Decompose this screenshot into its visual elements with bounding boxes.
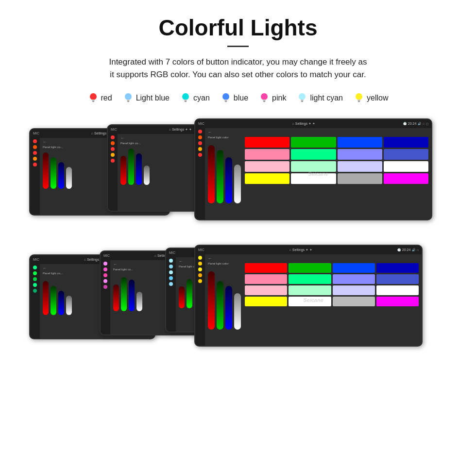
left-sidebar-2: [108, 134, 118, 211]
slider-red-2: [120, 156, 126, 185]
grid-cell[interactable]: [338, 161, 382, 172]
svg-rect-5: [127, 100, 130, 100]
svg-rect-17: [263, 100, 266, 100]
svg-rect-18: [263, 100, 266, 101]
grid-cell[interactable]: [245, 297, 287, 306]
grid-cell[interactable]: [291, 149, 336, 160]
color-label-cyan: cyan: [193, 94, 210, 102]
slider-white-2: [144, 166, 150, 185]
grid-cell[interactable]: [384, 173, 428, 184]
svg-point-24: [356, 93, 362, 100]
color-list: red Light blue: [19, 91, 457, 105]
slider-green-3: [217, 150, 223, 203]
svg-point-4: [125, 93, 132, 100]
top-device-row: MIC ⌂ Settings ✦ ✦: [19, 118, 457, 230]
slider-red-1: [43, 152, 49, 189]
slider-green-1: [51, 157, 56, 189]
bottom-device-row: MIC ⌂ Settings ✦ ✦: [19, 245, 457, 366]
grid-cell[interactable]: [384, 149, 428, 160]
top-device-card-3: MIC ⌂ Settings ✦ ✦ 🕐 20:24 🔊 □: [194, 118, 432, 220]
grid-cell[interactable]: [289, 285, 331, 295]
bot-left-sidebar-4: [195, 254, 205, 346]
grid-cell[interactable]: [376, 263, 419, 273]
color-label-red: red: [101, 94, 112, 102]
grid-cell[interactable]: [289, 297, 331, 306]
svg-rect-10: [185, 100, 187, 101]
left-sidebar-1: [30, 138, 40, 215]
slider-white-1: [66, 167, 72, 189]
svg-rect-14: [224, 100, 227, 101]
svg-point-12: [222, 93, 229, 100]
slider-blue-1: [58, 162, 64, 189]
grid-cell[interactable]: [245, 149, 289, 160]
svg-rect-15: [225, 101, 227, 102]
grid-cell[interactable]: [333, 297, 375, 306]
color-item-lightblue: Light blue: [123, 91, 170, 105]
bulb-icon-cyan: [180, 91, 191, 105]
color-item-yellow: yellow: [354, 91, 388, 105]
grid-cell[interactable]: [245, 274, 287, 284]
svg-rect-22: [301, 100, 304, 101]
grid-cell[interactable]: [291, 173, 336, 184]
screen-main-3: ← Panel light color: [205, 128, 431, 219]
bot-status-icons-4: 🕐 20:24 🔊 □: [397, 248, 419, 251]
grid-cell[interactable]: [245, 263, 287, 273]
grid-cell[interactable]: [245, 161, 289, 172]
color-label-lightcyan: light cyan: [310, 94, 343, 102]
svg-point-0: [90, 93, 97, 100]
grid-cell[interactable]: [384, 161, 428, 172]
svg-rect-11: [185, 101, 187, 102]
title-section: Colorful Lights: [19, 15, 457, 47]
bot-left-sidebar-3: [166, 257, 176, 332]
svg-rect-2: [92, 100, 94, 101]
svg-rect-19: [263, 101, 265, 102]
grid-cell[interactable]: [338, 137, 382, 148]
grid-cell[interactable]: [289, 274, 331, 284]
color-item-lightcyan: light cyan: [297, 91, 343, 105]
top-device-stack: MIC ⌂ Settings ✦ ✦: [29, 118, 447, 233]
slider-g-bot4: [217, 281, 223, 330]
svg-rect-7: [127, 101, 129, 102]
svg-rect-25: [357, 100, 360, 100]
slider-red-3: [208, 145, 215, 203]
grid-cell[interactable]: [245, 137, 289, 148]
svg-point-20: [299, 93, 306, 100]
bot-color-grid-4: [245, 263, 419, 306]
bot-left-sidebar-2: [101, 260, 110, 334]
slider-white-3: [234, 165, 241, 203]
left-sidebar-3: [195, 128, 205, 219]
grid-cell[interactable]: [291, 137, 336, 148]
svg-rect-1: [92, 100, 95, 100]
grid-cell[interactable]: [376, 274, 419, 284]
grid-cell[interactable]: [291, 161, 336, 172]
slider-blue-3: [225, 157, 232, 203]
color-label-yellow: yellow: [367, 94, 388, 102]
bulb-icon-lightcyan: [297, 91, 307, 105]
slider-b-bot4: [225, 286, 232, 330]
color-item-red: red: [88, 91, 112, 105]
grid-cell[interactable]: [338, 149, 382, 160]
svg-rect-21: [301, 100, 304, 100]
grid-cell[interactable]: [384, 137, 428, 148]
color-grid-container-3: [245, 130, 428, 217]
grid-cell[interactable]: [338, 173, 382, 184]
slider-green-2: [128, 149, 134, 185]
bot-sliders-area-4: [208, 267, 241, 330]
grid-cell[interactable]: [376, 297, 419, 306]
bot-screen-main-4: ← Panel light color: [205, 254, 422, 346]
grid-cell[interactable]: [376, 285, 419, 295]
devices-section: MIC ⌂ Settings ✦ ✦: [19, 118, 457, 366]
bulb-icon-lightblue: [123, 91, 134, 105]
grid-cell[interactable]: [333, 285, 375, 295]
grid-cell[interactable]: [333, 263, 375, 273]
bot-sliders-column-4: ← Panel light color: [208, 256, 241, 344]
color-label-pink: pink: [272, 94, 286, 102]
grid-cell[interactable]: [245, 285, 287, 295]
sliders-area-3: [208, 140, 241, 203]
grid-cell[interactable]: [245, 173, 289, 184]
svg-rect-27: [358, 101, 360, 102]
grid-cell[interactable]: [333, 274, 375, 284]
description: Integrated with 7 colors of button indic…: [29, 56, 447, 82]
grid-cell[interactable]: [289, 263, 331, 273]
color-grid-3: [245, 137, 428, 184]
